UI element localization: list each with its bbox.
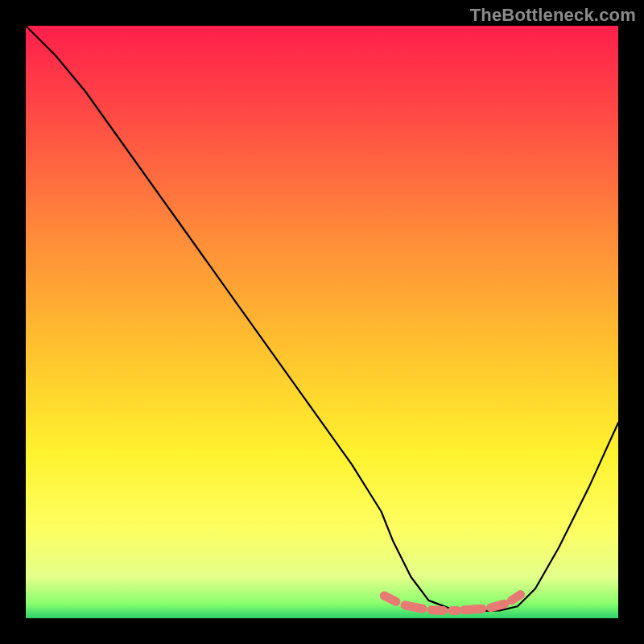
chart-frame: TheBottleneck.com xyxy=(0,0,644,644)
heat-gradient-background xyxy=(26,26,618,618)
svg-rect-0 xyxy=(26,26,618,618)
plot-area xyxy=(26,26,618,618)
watermark-text: TheBottleneck.com xyxy=(470,5,636,26)
